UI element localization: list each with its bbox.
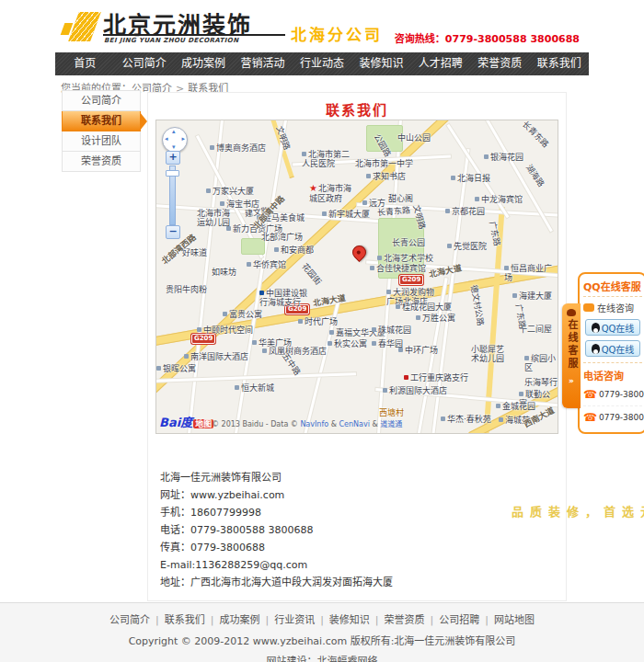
chat-bubble-icon xyxy=(583,303,594,312)
footer-link-7[interactable]: 网站地图 xyxy=(494,614,535,626)
nav-item-2[interactable]: 成功案例 xyxy=(174,52,233,75)
pan-left-icon[interactable]: ◂ xyxy=(165,136,168,143)
pan-down-icon[interactable]: ▾ xyxy=(172,144,176,151)
zoom-slider-handle[interactable] xyxy=(166,170,179,177)
poi-building-icon xyxy=(396,304,400,309)
phone-icon: ☎ xyxy=(583,388,597,401)
pan-up-icon[interactable]: ▴ xyxy=(172,129,176,135)
poi-building-icon xyxy=(252,340,257,345)
footer-link-1[interactable]: 联系我们 xyxy=(165,614,205,626)
map-road-minor xyxy=(155,372,356,382)
nav-item-8[interactable]: 联系我们 xyxy=(530,52,589,75)
footer-link-3[interactable]: 行业资讯 xyxy=(274,614,315,626)
map-label: 贵阳牛肉粉 xyxy=(166,285,207,294)
footer-link-6[interactable]: 公司招聘 xyxy=(439,614,479,626)
qq-panel-title: QQ在线客服 xyxy=(583,279,642,297)
poi-building-icon xyxy=(377,256,382,260)
footer-copyright: Copyright © 2009-2012 www.yzbeihai.com 版… xyxy=(0,633,644,647)
attribution-link-navinfo[interactable]: NavInfo xyxy=(300,420,328,428)
poi-building-icon xyxy=(322,211,327,216)
map-label: 长青东路 xyxy=(521,120,551,150)
hotline: 咨询热线：0779-3800588 3800688 xyxy=(395,30,580,45)
poi-building-icon xyxy=(362,200,367,205)
contact-info: 北海一佳元洲装饰有限公司网址：www.yzbeihai.com手机：186077… xyxy=(160,473,393,595)
poi-building-icon xyxy=(404,375,408,380)
map-label: 万家兴大厦 xyxy=(206,187,254,196)
phone-icon: ☎ xyxy=(583,411,597,424)
footer-link-separator: | xyxy=(320,614,324,626)
attribution-link-cennavi[interactable]: CenNavi xyxy=(339,420,369,428)
map-label: 长青东路 xyxy=(377,205,411,217)
map-label: 利源国际大酒店 xyxy=(383,386,447,395)
map-label: 北海市第二 人民医院 xyxy=(302,150,350,169)
footer-link-separator: | xyxy=(211,614,214,626)
poi-building-icon xyxy=(524,356,529,360)
page: 北京元洲装饰 BEI JING YUAN ZHOU DECORATION 北海分… xyxy=(0,0,644,662)
map-label: 乐海琴行 xyxy=(524,378,558,387)
attribution-link-daodaotong[interactable]: 道道通 xyxy=(380,420,402,428)
nav-item-6[interactable]: 人才招聘 xyxy=(411,52,470,75)
map-label: 北部湾广场 xyxy=(261,233,303,242)
poi-building-icon xyxy=(220,201,224,206)
map-label: 凤凰树商务酒店 xyxy=(262,347,327,356)
qq-service-tab[interactable]: 在线客服 » xyxy=(562,303,581,408)
poi-building-icon xyxy=(504,266,509,270)
map-marker-pin[interactable] xyxy=(350,243,369,262)
contact-line-1: 网址：www.yzbeihai.com xyxy=(160,490,393,501)
map-label: 合佳快捷宾馆 xyxy=(370,264,426,273)
poi-building-icon xyxy=(372,327,376,332)
qq-buttons: QQ在线QQ在线 xyxy=(583,319,642,357)
map[interactable]: ▴ ▾ ◂ ▸ + − Bai度地图 © 2013 Baidu - Data ©… xyxy=(155,120,558,434)
sidebar-item-2[interactable]: 设计团队 xyxy=(62,131,141,152)
map-label: 北海市海 运幼儿园 xyxy=(197,209,230,228)
nav-item-7[interactable]: 荣誉资质 xyxy=(470,52,529,75)
service-person-icon xyxy=(567,309,576,316)
poi-building-icon xyxy=(328,341,332,346)
sidebar-item-3[interactable]: 荣誉资质 xyxy=(62,152,141,172)
poi-building-icon xyxy=(370,266,374,270)
poi-building-icon xyxy=(247,262,251,267)
map-label: 万胜公寓 xyxy=(416,314,455,323)
road-number-badge: G209 xyxy=(399,275,423,285)
poi-star-icon: ★ xyxy=(309,183,317,193)
qq-online-button-0[interactable]: QQ在线 xyxy=(585,319,640,336)
footer-link-separator: | xyxy=(485,614,489,626)
sidebar-item-1[interactable]: 联系我们 xyxy=(62,111,141,131)
poi-building-icon xyxy=(398,348,403,352)
map-label: 银晖公寓 xyxy=(156,364,196,373)
poi-building-icon xyxy=(499,417,503,422)
footer-link-2[interactable]: 成功案例 xyxy=(219,614,259,626)
zoom-out-button[interactable]: − xyxy=(166,225,180,239)
nav-item-0[interactable]: 首页 xyxy=(55,52,114,75)
sidebar-item-0[interactable]: 公司简介 xyxy=(62,90,141,111)
footer-link-4[interactable]: 装修知识 xyxy=(329,614,370,626)
map-label: 博奥商务酒店 xyxy=(210,143,266,153)
nav-item-1[interactable]: 公司简介 xyxy=(114,52,173,75)
footer-link-0[interactable]: 公司简介 xyxy=(109,614,150,626)
pan-right-icon[interactable]: ▸ xyxy=(181,136,185,143)
nav-item-5[interactable]: 装修知识 xyxy=(351,52,410,75)
hotline-label: 咨询热线： xyxy=(395,33,445,45)
qq-online-button-1[interactable]: QQ在线 xyxy=(585,340,640,357)
map-label: 秋实公寓 xyxy=(328,339,367,348)
nav-item-3[interactable]: 营销活动 xyxy=(233,52,292,75)
zoom-in-button[interactable]: + xyxy=(166,151,180,165)
phone-number: 0779-3800688 xyxy=(599,413,644,422)
baidu-map-badge: 地图 xyxy=(193,419,213,428)
nav-item-4[interactable]: 行业动态 xyxy=(293,52,351,75)
footer-link-5[interactable]: 荣誉资质 xyxy=(385,614,425,626)
logo-subtitle: BEI JING YUAN ZHOU DECORATION xyxy=(104,37,238,44)
map-label: 求知书店 xyxy=(366,172,406,181)
map-label: 甜心阁 xyxy=(388,194,413,203)
map-label: 中颐时代空间 xyxy=(197,325,253,335)
poi-building-icon xyxy=(475,197,479,201)
footer-links: 公司简介|联系我们|成功案例|行业资讯|装修知识|荣誉资质|公司招聘|网站地图 xyxy=(0,611,644,626)
map-label: 缤园小区 xyxy=(524,354,558,373)
map-label: 珠城花园 xyxy=(372,325,411,335)
map-label: 恒大新城 xyxy=(235,383,274,393)
map-pan-control[interactable]: ▴ ▾ ◂ ▸ xyxy=(162,127,188,153)
phone-row-0: ☎0779-3800588 xyxy=(583,383,642,406)
map-label: 湖海路 xyxy=(524,163,546,188)
poi-building-icon xyxy=(235,385,239,390)
footer-link-separator: | xyxy=(265,614,269,626)
